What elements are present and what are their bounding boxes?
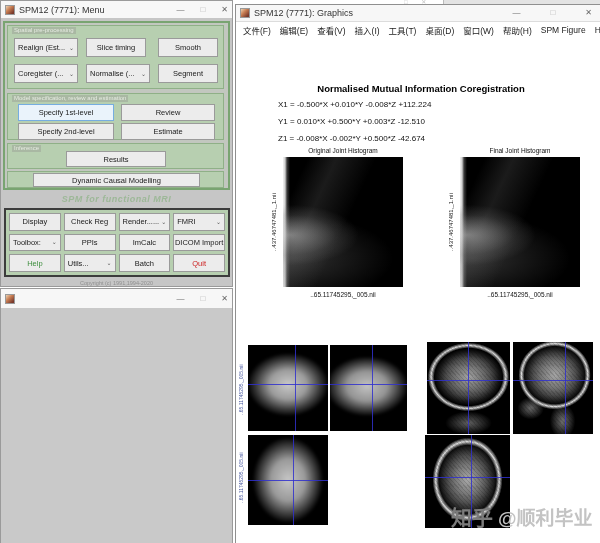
quit-button[interactable]: Quit [173, 254, 225, 272]
crosshair [372, 345, 373, 431]
display-button[interactable]: Display [9, 213, 61, 231]
structural-sagittal-view[interactable] [513, 342, 593, 434]
help-button[interactable]: Help [9, 254, 61, 272]
spatial-preprocessing-panel: Spatial pre-processing Realign (Est... ⌄… [7, 25, 224, 89]
functional-sagittal-view[interactable] [330, 345, 407, 431]
results-button[interactable]: Results [66, 151, 166, 167]
original-joint-histogram-image [283, 157, 403, 287]
original-joint-histogram-title: Original Joint Histogram [278, 147, 408, 154]
dicom-import-button[interactable]: DICOM Import [173, 234, 225, 252]
close-icon[interactable]: ✕ [585, 9, 592, 17]
batch-button[interactable]: Batch [119, 254, 171, 272]
spm-fmri-banner: SPM for functional MRI [1, 194, 232, 204]
chevron-down-icon: ⌄ [141, 71, 146, 77]
copyright-text: Copyright (c) 1991,1994-2020 [1, 280, 232, 286]
crosshair [293, 435, 294, 525]
spm-app-icon [5, 294, 15, 304]
crosshair [513, 380, 593, 381]
histogram-ylabel-right: ..437.46747481,_1.nii [446, 157, 456, 287]
final-joint-histogram-image [460, 157, 580, 287]
chevron-down-icon: ⌄ [69, 45, 74, 51]
menu-outer-frame: Spatial pre-processing Realign (Est... ⌄… [3, 21, 230, 190]
zhihu-watermark: 知乎 @顺利毕业 [451, 501, 593, 531]
chevron-down-icon: ⌄ [52, 239, 57, 245]
menu-window[interactable]: 窗口(W) [463, 24, 494, 36]
close-icon[interactable]: ✕ [221, 6, 228, 14]
crosshair [295, 345, 296, 431]
dynamic-causal-modelling-button[interactable]: Dynamic Causal Modelling [33, 173, 200, 187]
clipped-filename-label: ..65.11745295,_005.nii [237, 349, 245, 431]
structural-coronal-view[interactable] [427, 342, 510, 434]
interactive-window-client [1, 308, 232, 543]
equation-y1: Y1 = 0.010*X +0.500*Y +0.003*Z -12.510 [278, 117, 425, 126]
functional-axial-view[interactable] [248, 435, 328, 525]
interactive-window-titlebar[interactable]: — □ ✕ [1, 289, 232, 309]
realign-dropdown[interactable]: Realign (Est... ⌄ [14, 38, 78, 57]
inference-label: Inference [12, 145, 41, 152]
crosshair [565, 342, 566, 434]
crosshair [468, 342, 469, 434]
menu-window-client: Spatial pre-processing Realign (Est... ⌄… [1, 18, 232, 286]
ppis-button[interactable]: PPIs [64, 234, 116, 252]
spm-interactive-window: — □ ✕ [0, 288, 233, 543]
smooth-button[interactable]: Smooth [158, 38, 218, 57]
review-button[interactable]: Review [121, 104, 215, 121]
maximize-icon[interactable]: □ [550, 9, 555, 17]
estimate-button[interactable]: Estimate [121, 123, 215, 140]
specify-2nd-level-button[interactable]: Specify 2nd-level [18, 123, 114, 140]
menu-spm-figure[interactable]: SPM Figure [541, 25, 586, 35]
menu-help-cn[interactable]: 帮助(H) [503, 24, 532, 36]
chevron-down-icon: ⌄ [69, 71, 74, 77]
spm-app-icon [240, 8, 250, 18]
utility-grid-panel: Display Check Reg Render......⌄ FMRI⌄ To… [4, 208, 230, 277]
maximize-icon[interactable]: □ [200, 295, 205, 303]
minimize-icon[interactable]: — [176, 295, 184, 303]
histogram-ylabel-left: ..437.46747481,_1.nii [269, 157, 279, 287]
menu-file[interactable]: 文件(F) [243, 24, 271, 36]
menu-view[interactable]: 查看(V) [317, 24, 345, 36]
minimize-icon[interactable]: — [176, 6, 184, 14]
spm-graphics-window: SPM12 (7771): Graphics — □ ✕ 文件(F) 编辑(E)… [235, 4, 600, 543]
chevron-down-icon: ⌄ [216, 219, 221, 225]
equation-x1: X1 = -0.500*X +0.010*Y -0.008*Z +112.224 [278, 100, 431, 109]
slice-timing-button[interactable]: Slice timing [86, 38, 146, 57]
fmri-dropdown[interactable]: FMRI⌄ [173, 213, 225, 231]
desktop: { "icons": { "minimize": "—", "maximize"… [0, 0, 600, 543]
render-dropdown[interactable]: Render......⌄ [119, 213, 171, 231]
check-reg-button[interactable]: Check Reg [64, 213, 116, 231]
menu-desktop[interactable]: 桌面(D) [425, 24, 454, 36]
menu-help[interactable]: Help [595, 25, 600, 35]
equation-z1: Z1 = -0.008*X -0.002*Y +0.500*Z -42.674 [278, 134, 425, 143]
menu-edit[interactable]: 编辑(E) [280, 24, 308, 36]
normalise-dropdown[interactable]: Normalise (... ⌄ [86, 64, 150, 83]
graphics-window-titlebar[interactable]: SPM12 (7771): Graphics — □ ✕ [236, 5, 600, 22]
chevron-down-icon: ⌄ [161, 219, 166, 225]
minimize-icon[interactable]: — [512, 9, 520, 17]
final-joint-histogram-title: Final Joint Histogram [455, 147, 585, 154]
crosshair [248, 384, 328, 385]
toolbox-dropdown[interactable]: Toolbox:⌄ [9, 234, 61, 252]
functional-coronal-view[interactable] [248, 345, 328, 431]
zhihu-logo-text: 知乎 [451, 501, 493, 531]
inference-panel: Inference Results [7, 143, 224, 169]
coregister-dropdown[interactable]: Coregister (... ⌄ [14, 64, 78, 83]
spm-menu-window: SPM12 (7771): Menu — □ ✕ Spatial pre-pro… [0, 0, 233, 287]
graphics-window-title: SPM12 (7771): Graphics [254, 8, 353, 18]
menu-insert[interactable]: 插入(I) [355, 24, 380, 36]
crosshair [425, 477, 510, 478]
maximize-icon[interactable]: □ [200, 6, 205, 14]
crosshair [330, 384, 407, 385]
specify-1st-level-button[interactable]: Specify 1st-level [18, 104, 114, 121]
histogram-xlabel-left: ..65.11745295,_005.nii [278, 291, 408, 298]
graphics-client: Normalised Mutual Information Coregistra… [236, 37, 600, 543]
close-icon[interactable]: ✕ [221, 295, 228, 303]
crosshair [248, 480, 328, 481]
utils-dropdown[interactable]: Utils...⌄ [64, 254, 116, 272]
menu-window-titlebar[interactable]: SPM12 (7771): Menu — □ ✕ [1, 1, 232, 19]
histogram-xlabel-right: ..65.11745295,_005.nii [455, 291, 585, 298]
model-specification-panel: Model specification, review and estimati… [7, 93, 224, 140]
imcalc-button[interactable]: ImCalc [119, 234, 171, 252]
menu-tools[interactable]: 工具(T) [389, 24, 417, 36]
clipped-filename-label: ..65.11745295,_005.nii [237, 437, 245, 519]
segment-button[interactable]: Segment [158, 64, 218, 83]
